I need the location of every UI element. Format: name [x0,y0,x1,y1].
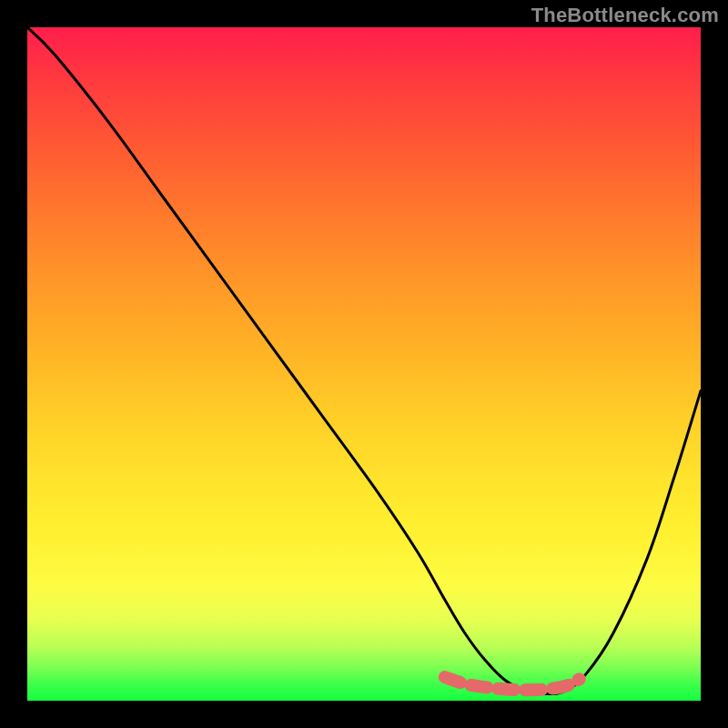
watermark-label: TheBottleneck.com [531,4,719,27]
bottleneck-curve [27,27,701,694]
optimal-range-band [445,677,580,690]
chart-frame: TheBottleneck.com [0,0,728,728]
chart-svg [27,27,701,701]
